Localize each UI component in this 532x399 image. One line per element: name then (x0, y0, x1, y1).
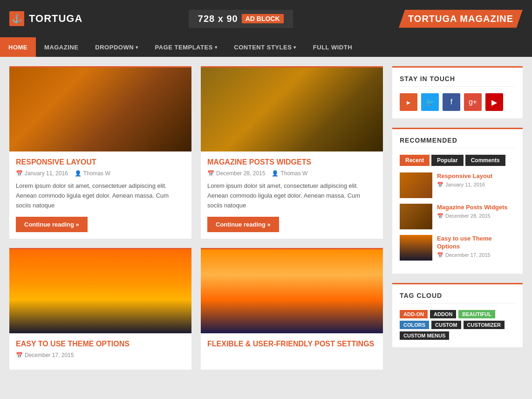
post-1-date: 📅 January 11, 2016 (16, 170, 68, 177)
twitter-button[interactable]: 🐦 (421, 93, 439, 111)
tag-colors[interactable]: COLORS (400, 321, 429, 329)
page-templates-arrow: ▾ (215, 45, 218, 50)
stay-in-touch-widget: STAY IN TOUCH ▸ 🐦 f g+ ▶ (392, 66, 523, 118)
post-2-meta: 📅 December 28, 2015 👤 Thomas W (207, 170, 376, 177)
tag-addon2[interactable]: ADDON (430, 310, 456, 318)
twitter-icon: 🐦 (425, 98, 435, 107)
rec-2-image (400, 204, 432, 229)
nav-item-magazine[interactable]: MAGAZINE (36, 37, 87, 57)
nav-item-content-styles[interactable]: CONTENT STYLES ▾ (225, 37, 305, 57)
tag-custom-menus[interactable]: CUSTOM MENUS (400, 331, 449, 340)
google-plus-icon: g+ (469, 98, 477, 106)
tab-comments[interactable]: Comments (465, 155, 505, 166)
recommended-widget: RECOMMENDED Recent Popular Comments Resp… (392, 128, 523, 274)
post-2-body: MAGAZINE POSTS WIDGETS 📅 December 28, 20… (201, 151, 383, 239)
rec-1-title[interactable]: Responsive Layout (437, 172, 492, 180)
recommended-tabs: Recent Popular Comments (400, 155, 515, 166)
main-navigation: HOME MAGAZINE DROPDOWN ▾ PAGE TEMPLATES … (0, 37, 532, 57)
youtube-button[interactable]: ▶ (485, 93, 503, 111)
tag-cloud-widget: TAG CLOUD ADD-ON ADDON BEAUTIFUL COLORS … (392, 283, 523, 347)
rec-item-1: Responsive Layout 📅 January 11, 2016 (400, 172, 515, 198)
post-1-read-more[interactable]: Continue reading » (16, 217, 88, 232)
rec-item-2: Magazine Posts Widgets 📅 December 28, 20… (400, 204, 515, 229)
rec-3-image (400, 235, 432, 261)
post-2-excerpt: Lorem ipsum dolor sit amet, consectetuer… (207, 181, 376, 210)
post-1-excerpt: Lorem ipsum dolor sit amet, consectetuer… (16, 181, 185, 210)
logo-text: TORTUGA (29, 13, 82, 25)
rec-1-date: 📅 January 11, 2016 (437, 182, 492, 188)
cal-icon-rec2: 📅 (437, 213, 443, 219)
sidebar: STAY IN TOUCH ▸ 🐦 f g+ ▶ (392, 66, 523, 370)
post-card-2: MAGAZINE POSTS WIDGETS 📅 December 28, 20… (201, 66, 383, 239)
rec-1-image (400, 172, 432, 198)
dropdown-arrow: ▾ (136, 45, 138, 50)
post-card-4: FLEXIBLE & USER-FRIENDLY POST SETTINGS (201, 248, 383, 370)
rec-2-info: Magazine Posts Widgets 📅 December 28, 20… (437, 204, 508, 219)
tag-addon[interactable]: ADD-ON (400, 310, 428, 318)
post-4-title[interactable]: FLEXIBLE & USER-FRIENDLY POST SETTINGS (207, 340, 376, 348)
post-3-title[interactable]: EASY TO USE THEME OPTIONS (16, 340, 185, 348)
rec-item-3: Easy to use Theme Options 📅 December 17,… (400, 235, 515, 261)
post-3-body: EASY TO USE THEME OPTIONS 📅 December 17,… (9, 333, 191, 370)
author-icon: 👤 (75, 170, 82, 177)
calendar-icon: 📅 (16, 170, 23, 177)
content-styles-arrow: ▾ (293, 45, 296, 50)
ad-badge: AD BLOCK (242, 14, 284, 23)
post-card-3: EASY TO USE THEME OPTIONS 📅 December 17,… (9, 248, 191, 370)
post-3-date: 📅 December 17, 2015 (16, 352, 74, 358)
cal-icon-rec3: 📅 (437, 252, 443, 258)
post-2-date: 📅 December 28, 2015 (207, 170, 265, 177)
post-4-body: FLEXIBLE & USER-FRIENDLY POST SETTINGS (201, 333, 383, 358)
post-3-image (9, 249, 191, 333)
site-logo[interactable]: ⚓ TORTUGA (9, 11, 82, 26)
post-1-body: RESPONSIVE LAYOUT 📅 January 11, 2016 👤 T… (9, 151, 191, 239)
post-2-title[interactable]: MAGAZINE POSTS WIDGETS (207, 158, 376, 166)
rss-button[interactable]: ▸ (400, 93, 417, 111)
post-3-meta: 📅 December 17, 2015 (16, 352, 185, 358)
rss-icon: ▸ (407, 98, 410, 107)
recommended-title: RECOMMENDED (400, 137, 515, 148)
google-plus-button[interactable]: g+ (464, 93, 482, 111)
nav-item-full-width[interactable]: FULL WIDTH (305, 37, 361, 57)
rec-3-title[interactable]: Easy to use Theme Options (437, 235, 515, 251)
post-4-image (201, 249, 383, 333)
stay-in-touch-title: STAY IN TOUCH (400, 75, 515, 87)
nav-item-dropdown[interactable]: DROPDOWN ▾ (87, 37, 146, 57)
logo-icon: ⚓ (9, 11, 24, 26)
ad-block: 728 x 90 AD BLOCK (189, 10, 293, 28)
tab-recent[interactable]: Recent (400, 155, 430, 166)
youtube-icon: ▶ (491, 98, 497, 107)
post-2-read-more[interactable]: Continue reading » (207, 217, 279, 232)
header-ad-area: 728 x 90 AD BLOCK (92, 10, 389, 28)
post-2-image (201, 68, 383, 151)
author-icon-2: 👤 (272, 170, 279, 177)
brand-text: TORTUGA MAGAZINE (399, 10, 523, 28)
tag-beautiful[interactable]: BEAUTIFUL (458, 310, 495, 318)
post-1-image (9, 68, 191, 151)
nav-item-page-templates[interactable]: PAGE TEMPLATES ▾ (147, 37, 226, 57)
cal-icon-rec1: 📅 (437, 182, 443, 188)
main-content: RESPONSIVE LAYOUT 📅 January 11, 2016 👤 T… (9, 66, 383, 370)
calendar-icon-2: 📅 (207, 170, 214, 177)
calendar-icon-3: 📅 (16, 352, 23, 358)
rec-1-info: Responsive Layout 📅 January 11, 2016 (437, 172, 492, 188)
post-1-title[interactable]: RESPONSIVE LAYOUT (16, 158, 185, 166)
tag-customizer[interactable]: CUSTOMIZER (464, 321, 505, 329)
post-card-1: RESPONSIVE LAYOUT 📅 January 11, 2016 👤 T… (9, 66, 191, 239)
post-1-meta: 📅 January 11, 2016 👤 Thomas W (16, 170, 185, 177)
site-header: ⚓ TORTUGA 728 x 90 AD BLOCK TORTUGA MAGA… (0, 0, 532, 37)
post-2-author: 👤 Thomas W (272, 170, 307, 177)
rec-3-info: Easy to use Theme Options 📅 December 17,… (437, 235, 515, 258)
rec-2-title[interactable]: Magazine Posts Widgets (437, 204, 508, 212)
facebook-icon: f (450, 98, 452, 106)
nav-item-home[interactable]: HOME (0, 37, 36, 57)
facebook-button[interactable]: f (443, 93, 460, 111)
rec-2-date: 📅 December 28, 2015 (437, 213, 508, 219)
tag-custom[interactable]: CUSTOM (431, 321, 461, 329)
rec-3-date: 📅 December 17, 2015 (437, 252, 515, 258)
tag-cloud-title: TAG CLOUD (400, 292, 515, 303)
social-icons: ▸ 🐦 f g+ ▶ (400, 93, 515, 111)
page-layout: RESPONSIVE LAYOUT 📅 January 11, 2016 👤 T… (0, 57, 532, 379)
post-1-author: 👤 Thomas W (75, 170, 110, 177)
tab-popular[interactable]: Popular (431, 155, 464, 166)
